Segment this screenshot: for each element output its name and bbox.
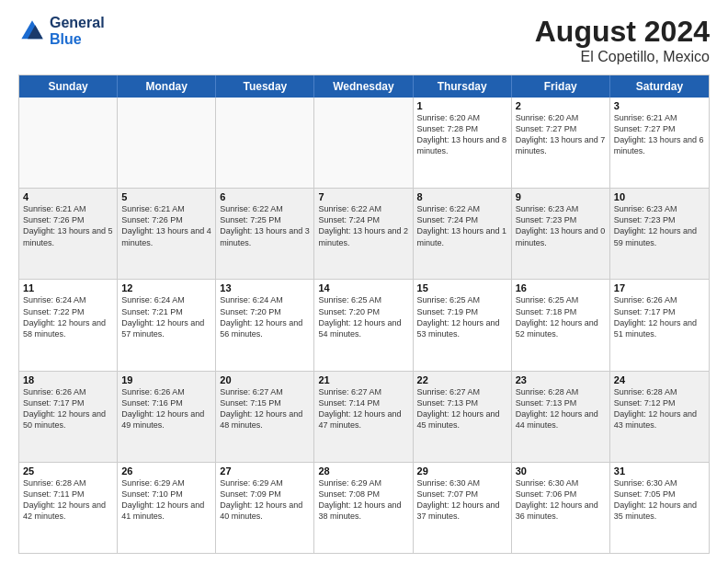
cell-info: Sunrise: 6:21 AMSunset: 7:26 PMDaylight:…	[121, 203, 211, 248]
calendar-cell: 9Sunrise: 6:23 AMSunset: 7:23 PMDaylight…	[512, 189, 610, 279]
day-number: 16	[516, 282, 606, 293]
cell-info: Sunrise: 6:24 AMSunset: 7:22 PMDaylight:…	[23, 294, 113, 339]
day-number: 7	[318, 191, 408, 202]
calendar-cell	[314, 98, 413, 188]
day-number: 24	[614, 374, 705, 385]
cell-info: Sunrise: 6:27 AMSunset: 7:15 PMDaylight:…	[220, 386, 310, 431]
calendar-cell: 22Sunrise: 6:27 AMSunset: 7:13 PMDayligh…	[414, 372, 512, 462]
page-subtitle: El Copetillo, Mexico	[535, 49, 710, 65]
cell-info: Sunrise: 6:20 AMSunset: 7:27 PMDaylight:…	[516, 112, 606, 157]
calendar-body: 1Sunrise: 6:20 AMSunset: 7:28 PMDaylight…	[19, 98, 709, 553]
day-number: 12	[121, 282, 211, 293]
cell-info: Sunrise: 6:25 AMSunset: 7:20 PMDaylight:…	[318, 294, 408, 339]
calendar-cell: 21Sunrise: 6:27 AMSunset: 7:14 PMDayligh…	[314, 372, 413, 462]
cell-info: Sunrise: 6:28 AMSunset: 7:13 PMDaylight:…	[516, 386, 606, 431]
calendar-cell: 2Sunrise: 6:20 AMSunset: 7:27 PMDaylight…	[512, 98, 610, 188]
calendar-cell: 28Sunrise: 6:29 AMSunset: 7:08 PMDayligh…	[314, 463, 413, 553]
calendar-cell	[19, 98, 118, 188]
day-number: 17	[614, 282, 705, 293]
day-number: 8	[417, 191, 507, 202]
cell-info: Sunrise: 6:25 AMSunset: 7:18 PMDaylight:…	[516, 294, 606, 339]
calendar-cell: 16Sunrise: 6:25 AMSunset: 7:18 PMDayligh…	[512, 280, 610, 370]
day-number: 11	[23, 282, 113, 293]
day-number: 14	[318, 282, 408, 293]
day-number: 10	[614, 191, 705, 202]
calendar-cell	[216, 98, 314, 188]
cell-info: Sunrise: 6:27 AMSunset: 7:14 PMDaylight:…	[318, 386, 408, 431]
title-block: August 2024 El Copetillo, Mexico	[535, 15, 710, 65]
cell-info: Sunrise: 6:29 AMSunset: 7:08 PMDaylight:…	[318, 477, 408, 523]
calendar-cell: 31Sunrise: 6:30 AMSunset: 7:05 PMDayligh…	[610, 463, 709, 553]
calendar-row-4: 18Sunrise: 6:26 AMSunset: 7:17 PMDayligh…	[19, 371, 709, 462]
calendar-row-3: 11Sunrise: 6:24 AMSunset: 7:22 PMDayligh…	[19, 279, 709, 370]
page: General Blue August 2024 El Copetillo, M…	[0, 0, 728, 563]
calendar-cell: 8Sunrise: 6:22 AMSunset: 7:24 PMDaylight…	[414, 189, 512, 279]
day-number: 3	[614, 100, 705, 111]
day-number: 30	[516, 465, 606, 477]
day-number: 20	[220, 374, 310, 385]
cell-info: Sunrise: 6:26 AMSunset: 7:17 PMDaylight:…	[614, 294, 705, 339]
day-number: 25	[23, 465, 113, 477]
day-number: 13	[220, 282, 310, 293]
calendar-row-2: 4Sunrise: 6:21 AMSunset: 7:26 PMDaylight…	[19, 188, 709, 279]
day-number: 4	[23, 191, 113, 202]
cell-info: Sunrise: 6:22 AMSunset: 7:24 PMDaylight:…	[417, 203, 507, 248]
day-number: 26	[121, 465, 211, 477]
calendar-cell: 15Sunrise: 6:25 AMSunset: 7:19 PMDayligh…	[414, 280, 512, 370]
calendar-cell: 3Sunrise: 6:21 AMSunset: 7:27 PMDaylight…	[610, 98, 709, 188]
day-number: 2	[516, 100, 606, 111]
header-thursday: Thursday	[414, 75, 512, 98]
day-number: 22	[417, 374, 507, 385]
logo-general: General	[50, 15, 105, 31]
cell-info: Sunrise: 6:30 AMSunset: 7:07 PMDaylight:…	[417, 477, 507, 523]
day-number: 19	[121, 374, 211, 385]
day-number: 6	[220, 191, 310, 202]
cell-info: Sunrise: 6:21 AMSunset: 7:26 PMDaylight:…	[23, 203, 113, 248]
calendar-cell: 4Sunrise: 6:21 AMSunset: 7:26 PMDaylight…	[19, 189, 118, 279]
cell-info: Sunrise: 6:24 AMSunset: 7:20 PMDaylight:…	[220, 294, 310, 339]
header: General Blue August 2024 El Copetillo, M…	[18, 15, 710, 65]
day-number: 21	[318, 374, 408, 385]
header-wednesday: Wednesday	[314, 75, 413, 98]
day-number: 15	[417, 282, 507, 293]
calendar-cell: 25Sunrise: 6:28 AMSunset: 7:11 PMDayligh…	[19, 463, 118, 553]
calendar-cell: 14Sunrise: 6:25 AMSunset: 7:20 PMDayligh…	[314, 280, 413, 370]
day-number: 23	[516, 374, 606, 385]
header-monday: Monday	[118, 75, 216, 98]
cell-info: Sunrise: 6:29 AMSunset: 7:09 PMDaylight:…	[220, 477, 310, 523]
calendar-cell: 13Sunrise: 6:24 AMSunset: 7:20 PMDayligh…	[216, 280, 314, 370]
cell-info: Sunrise: 6:28 AMSunset: 7:12 PMDaylight:…	[614, 386, 705, 431]
calendar-cell: 19Sunrise: 6:26 AMSunset: 7:16 PMDayligh…	[118, 372, 216, 462]
calendar-cell: 11Sunrise: 6:24 AMSunset: 7:22 PMDayligh…	[19, 280, 118, 370]
cell-info: Sunrise: 6:25 AMSunset: 7:19 PMDaylight:…	[417, 294, 507, 339]
cell-info: Sunrise: 6:29 AMSunset: 7:10 PMDaylight:…	[121, 477, 211, 523]
cell-info: Sunrise: 6:24 AMSunset: 7:21 PMDaylight:…	[121, 294, 211, 339]
calendar-row-1: 1Sunrise: 6:20 AMSunset: 7:28 PMDaylight…	[19, 98, 709, 188]
day-number: 31	[614, 465, 705, 477]
calendar-cell: 30Sunrise: 6:30 AMSunset: 7:06 PMDayligh…	[512, 463, 610, 553]
day-number: 27	[220, 465, 310, 477]
cell-info: Sunrise: 6:27 AMSunset: 7:13 PMDaylight:…	[417, 386, 507, 431]
calendar-cell: 12Sunrise: 6:24 AMSunset: 7:21 PMDayligh…	[118, 280, 216, 370]
day-number: 5	[121, 191, 211, 202]
cell-info: Sunrise: 6:26 AMSunset: 7:17 PMDaylight:…	[23, 386, 113, 431]
calendar-cell	[118, 98, 216, 188]
cell-info: Sunrise: 6:23 AMSunset: 7:23 PMDaylight:…	[614, 203, 705, 248]
calendar-cell: 23Sunrise: 6:28 AMSunset: 7:13 PMDayligh…	[512, 372, 610, 462]
calendar-cell: 17Sunrise: 6:26 AMSunset: 7:17 PMDayligh…	[610, 280, 709, 370]
day-number: 28	[318, 465, 408, 477]
cell-info: Sunrise: 6:30 AMSunset: 7:06 PMDaylight:…	[516, 477, 606, 523]
calendar-cell: 7Sunrise: 6:22 AMSunset: 7:24 PMDaylight…	[314, 189, 413, 279]
day-number: 29	[417, 465, 507, 477]
day-number: 18	[23, 374, 113, 385]
calendar-row-5: 25Sunrise: 6:28 AMSunset: 7:11 PMDayligh…	[19, 462, 709, 553]
logo-blue: Blue	[50, 31, 105, 48]
header-tuesday: Tuesday	[216, 75, 314, 98]
calendar-cell: 10Sunrise: 6:23 AMSunset: 7:23 PMDayligh…	[610, 189, 709, 279]
cell-info: Sunrise: 6:26 AMSunset: 7:16 PMDaylight:…	[121, 386, 211, 431]
logo: General Blue	[18, 15, 105, 47]
header-saturday: Saturday	[610, 75, 709, 98]
calendar-cell: 20Sunrise: 6:27 AMSunset: 7:15 PMDayligh…	[216, 372, 314, 462]
logo-text: General Blue	[50, 15, 105, 47]
day-number: 1	[417, 100, 507, 111]
